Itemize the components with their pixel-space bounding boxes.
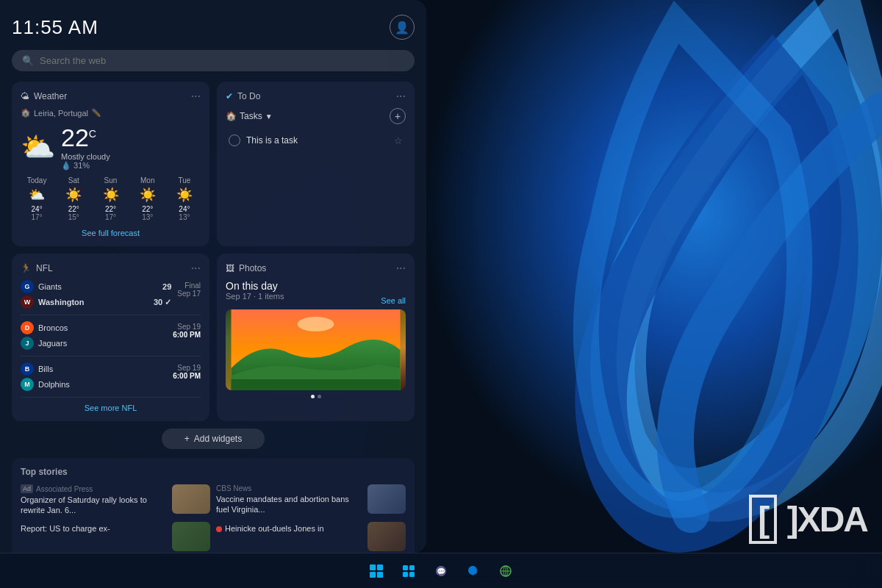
add-widgets-button[interactable]: + Add widgets — [162, 429, 265, 449]
forecast-tue: Tue ☀️ 24° 13° — [168, 176, 201, 221]
svg-text:💬: 💬 — [437, 567, 446, 576]
on-this-day-title: On this day — [226, 280, 284, 292]
todo-menu-button[interactable]: ··· — [396, 90, 406, 102]
task-checkbox[interactable] — [229, 135, 240, 146]
dolphins-logo: M — [21, 378, 34, 391]
user-icon: 👤 — [395, 21, 409, 35]
news-content-2: CBS News Vaccine mandates and abortion b… — [216, 484, 362, 515]
weather-menu-button[interactable]: ··· — [191, 90, 201, 102]
weather-forecast: Today ⛅ 24° 17° Sat ☀️ 22° 15° Sun ☀️ 22… — [21, 176, 201, 221]
ad-badge: Ad — [21, 484, 33, 493]
news-source-1: Ad Associated Press — [21, 484, 166, 493]
top-stories-title: Top stories — [21, 467, 406, 477]
nfl-menu-button[interactable]: ··· — [191, 262, 201, 274]
photos-menu-button[interactable]: ··· — [396, 262, 406, 274]
see-full-forecast-link[interactable]: See full forecast — [21, 229, 201, 237]
broncos-logo: D — [21, 321, 34, 334]
bills-logo: B — [21, 362, 34, 376]
taskbar-start-button[interactable] — [362, 556, 391, 586]
edge-icon — [467, 564, 480, 578]
chevron-down-icon: ▼ — [265, 112, 273, 121]
weather-temperature: 22C — [61, 123, 110, 152]
top-stories-section: Top stories Ad Associated Press Organize… — [12, 458, 415, 553]
todo-widget-header: ✔ To Do ··· — [226, 90, 406, 102]
photo-dot-1[interactable] — [311, 395, 315, 398]
add-task-button[interactable]: + — [390, 108, 406, 124]
forecast-sat: Sat ☀️ 22° 15° — [57, 176, 90, 221]
svg-rect-4 — [403, 565, 408, 570]
time-display: 11:55 AM — [12, 16, 98, 39]
nfl-icon: 🏃 — [21, 263, 32, 273]
photos-widget: 🖼 Photos ··· On this day Sep 17 · 1 item… — [217, 254, 415, 421]
user-avatar[interactable]: 👤 — [390, 15, 415, 40]
widgets-icon — [402, 564, 415, 578]
xda-bracket-left: [ — [749, 495, 777, 544]
nfl-widget-header: 🏃 NFL ··· — [21, 262, 201, 274]
photos-date-info: Sep 17 · 1 items — [226, 292, 284, 301]
svg-rect-3 — [232, 379, 401, 390]
nfl-team-bills: B Bills — [21, 362, 167, 376]
home-icon: 🏠 — [21, 108, 31, 118]
weather-location: 🏠 Leiria, Portugal ✏️ — [21, 108, 201, 118]
jaguars-logo: J — [21, 337, 34, 350]
news-headline-3: Report: US to charge ex- — [21, 523, 166, 534]
search-icon: 🔍 — [22, 55, 34, 66]
news-live-dot — [216, 526, 222, 532]
photos-icon: 🖼 — [226, 263, 234, 273]
taskbar-edge-button[interactable] — [459, 556, 488, 586]
taskbar-chat-button[interactable]: 💬 — [426, 556, 456, 586]
nfl-team-washington: W Washington 30 ✓ — [21, 295, 171, 309]
weather-widget-header: 🌤 Weather ··· — [21, 90, 201, 102]
task-text: This is a task — [246, 135, 388, 146]
edit-icon[interactable]: ✏️ — [91, 108, 101, 118]
search-input[interactable] — [40, 55, 404, 66]
news-content-4: Heinicke out-duels Jones in — [216, 522, 362, 534]
plus-icon: + — [184, 434, 190, 444]
forecast-sun: Sun ☀️ 22° 17° — [94, 176, 126, 221]
nfl-game-1: G Giants 29 W Washington 30 ✓ Final Sep … — [21, 280, 201, 315]
photos-widget-header: 🖼 Photos ··· — [226, 262, 406, 274]
photos-widget-title: 🖼 Photos — [226, 263, 266, 273]
house-icon: 🏠 — [226, 111, 237, 121]
weather-icon: 🌤 — [21, 91, 29, 101]
photo-dot-2[interactable] — [318, 395, 321, 398]
tasks-label: 🏠 Tasks ▼ — [226, 111, 273, 121]
news-thumbnail-2 — [368, 484, 406, 514]
nfl-widget-title: 🏃 NFL — [21, 263, 53, 273]
news-headline-1: Organizer of Saturday rally looks to rew… — [21, 495, 166, 516]
news-item-1[interactable]: Ad Associated Press Organizer of Saturda… — [21, 484, 210, 516]
nfl-game-3: B Bills M Dolphins Sep 19 6:00 PM — [21, 362, 201, 398]
nfl-team-giants: G Giants 29 — [21, 280, 171, 293]
weather-condition-icon: ⛅ — [21, 131, 55, 163]
news-thumbnail-1 — [172, 484, 210, 514]
todo-widget: ✔ To Do ··· 🏠 Tasks ▼ + This is a task ☆ — [217, 82, 415, 246]
weather-precipitation: 💧 31% — [61, 161, 110, 171]
news-item-4[interactable]: Heinicke out-duels Jones in — [216, 522, 406, 551]
photos-on-this-day-header: On this day Sep 17 · 1 items See all — [226, 280, 406, 305]
forecast-mon: Mon ☀️ 22° 13° — [132, 176, 164, 221]
widgets-panel: 11:55 AM 👤 🔍 🌤 Weather ··· 🏠 Leiria, Por… — [0, 0, 426, 553]
taskbar-widgets-button[interactable] — [394, 556, 423, 586]
giants-logo: G — [21, 280, 34, 293]
xda-text: ]XDA — [787, 500, 867, 539]
todo-check-icon: ✔ — [226, 91, 233, 101]
see-more-nfl-link[interactable]: See more NFL — [21, 404, 201, 412]
see-all-photos-link[interactable]: See all — [381, 296, 406, 305]
svg-rect-6 — [403, 572, 408, 577]
svg-point-2 — [298, 317, 334, 331]
widgets-grid: 🌤 Weather ··· 🏠 Leiria, Portugal ✏️ ⛅ 22… — [12, 82, 415, 421]
news-thumbnail-4 — [368, 522, 406, 551]
taskbar-maps-button[interactable] — [491, 556, 520, 586]
weather-widget-title: 🌤 Weather — [21, 91, 67, 101]
nfl-team-broncos: D Broncos — [21, 321, 167, 334]
photo-thumbnail[interactable] — [226, 309, 406, 390]
weather-main: ⛅ 22C Mostly cloudy 💧 31% — [21, 123, 201, 171]
search-bar[interactable]: 🔍 — [12, 50, 415, 71]
on-this-day-section: On this day Sep 17 · 1 items — [226, 280, 284, 301]
news-item-2[interactable]: CBS News Vaccine mandates and abortion b… — [216, 484, 406, 516]
task-item: This is a task ☆ — [226, 130, 406, 151]
task-star-button[interactable]: ☆ — [394, 135, 403, 146]
news-source-2: CBS News — [216, 484, 362, 492]
news-item-3[interactable]: Report: US to charge ex- — [21, 522, 210, 551]
photo-image — [226, 309, 406, 390]
